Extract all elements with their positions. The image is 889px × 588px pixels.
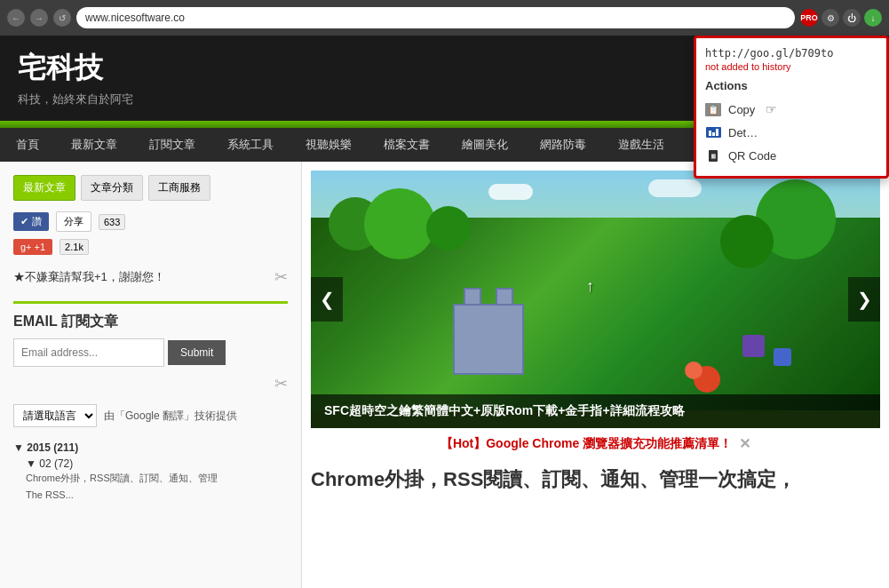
- translate-select[interactable]: 請選取語言: [13, 404, 97, 427]
- hot-article-banner: 【Hot】Google Chrome 瀏覽器擴充功能推薦清單！ ✕: [311, 428, 880, 459]
- settings-icon[interactable]: ⚙: [822, 9, 839, 27]
- site-branding: 宅科技 科技，始終來自於阿宅: [18, 49, 133, 107]
- archive-2015[interactable]: ▼ 2015 (211): [13, 441, 288, 454]
- scissors-row2: ✂: [13, 374, 288, 393]
- cloud2: [648, 179, 702, 197]
- site-tagline: 科技，始終來自於阿宅: [18, 91, 133, 107]
- latest-articles-button[interactable]: 最新文章: [13, 175, 75, 201]
- sidebar-buttons: 最新文章 文章分類 工商服務: [13, 175, 288, 201]
- nav-item-gaming[interactable]: 遊戲生活: [602, 128, 680, 162]
- nav-item-home[interactable]: 首頁: [0, 128, 55, 162]
- popup-url: http://goo.gl/b709to: [705, 47, 877, 60]
- power-icon[interactable]: ⏻: [843, 9, 861, 27]
- category-button[interactable]: 文章分類: [81, 175, 143, 201]
- browser-extension-icons: PRO ⚙ ⏻ ↓: [800, 9, 882, 27]
- url-popup: http://goo.gl/b709to not added to histor…: [694, 36, 889, 179]
- tree2: [364, 188, 435, 259]
- qr-code-icon: ▦: [705, 147, 721, 163]
- cloud1: [488, 184, 533, 200]
- back-button[interactable]: ←: [7, 9, 25, 27]
- popup-not-added: not added to history: [705, 61, 877, 72]
- scissors-icon: ✂: [274, 267, 288, 287]
- archive-section: ▼ 2015 (211) ▼ 02 (72) Chrome外掛，RSS閱讀、訂閱…: [13, 441, 288, 503]
- business-button[interactable]: 工商服務: [148, 175, 210, 201]
- nav-item-tools[interactable]: 系統工具: [211, 128, 290, 162]
- slideshow: ↑ ❮ ❯ SFC超時空之鑰繁簡體中文+原版Rom下載+金手指+詳細流程攻略: [311, 171, 880, 428]
- translate-credit: 由「Google 翻譯」技術提供: [104, 409, 237, 424]
- tree5: [720, 215, 774, 268]
- email-title: EMAIL 訂閱文章: [13, 313, 288, 331]
- archive-month-label[interactable]: ▼ 02 (72): [26, 457, 288, 470]
- copy-label: Copy: [728, 103, 755, 116]
- gplus-icon: g+: [20, 242, 32, 252]
- share-label: 分享: [64, 215, 83, 228]
- nav-item-files[interactable]: 檔案文書: [368, 128, 446, 162]
- copy-icon-sq: 📋: [705, 103, 721, 116]
- article-title: Chrome外掛，RSS閱讀、訂閱、通知、管理一次搞定，: [311, 459, 880, 501]
- star-row: ★不嫌棄請幫我+1，謝謝您！ ✂: [13, 262, 288, 292]
- cursor-indicator: ↑: [586, 277, 594, 296]
- url-text: www.nicesoftware.co: [85, 12, 185, 24]
- archive-02: ▼ 02 (72) Chrome外掛，RSS閱讀、訂閱、通知、管理 The RS…: [13, 457, 288, 503]
- like-label: 讚: [32, 215, 42, 228]
- entity1: [742, 335, 765, 357]
- archive-item-1[interactable]: Chrome外掛，RSS閱讀、訂閱、通知、管理: [26, 470, 288, 487]
- bar-chart-icon: [706, 127, 721, 138]
- game-scene: ↑: [311, 171, 880, 428]
- tree3: [426, 206, 471, 250]
- hot-article-text[interactable]: 【Hot】Google Chrome 瀏覽器擴充功能推薦清單！: [441, 436, 732, 452]
- forward-button[interactable]: →: [30, 9, 48, 27]
- share-count: 633: [99, 214, 125, 230]
- like-button[interactable]: ✔ 讚: [13, 212, 49, 231]
- det-label: Det…: [728, 126, 758, 139]
- qr-label: QR Code: [728, 149, 776, 163]
- castle: [453, 304, 524, 375]
- scissors-icon-2: ✂: [274, 374, 288, 393]
- refresh-button[interactable]: ↺: [53, 9, 71, 27]
- nav-item-latest[interactable]: 最新文章: [55, 128, 133, 162]
- popup-actions-title: Actions: [705, 79, 877, 92]
- slideshow-next-button[interactable]: ❯: [848, 277, 880, 322]
- download-icon[interactable]: ↓: [864, 9, 882, 27]
- pro-icon[interactable]: PRO: [800, 9, 818, 27]
- checkmark-icon: ✔: [20, 216, 28, 227]
- qr-action[interactable]: ▦ QR Code: [705, 144, 877, 167]
- slide-caption: SFC超時空之鑰繁簡體中文+原版Rom下載+金手指+詳細流程攻略: [311, 394, 880, 428]
- entity2: [774, 348, 791, 366]
- share-button[interactable]: 分享: [56, 211, 91, 232]
- gplus-label: +1: [35, 242, 46, 252]
- address-bar[interactable]: www.nicesoftware.co: [76, 7, 795, 28]
- site-title: 宅科技: [18, 49, 133, 88]
- close-hot-banner-button[interactable]: ✕: [739, 435, 750, 452]
- submit-button[interactable]: Submit: [168, 340, 226, 365]
- mushroom2: [685, 362, 702, 379]
- copy-icon: 📋: [705, 101, 721, 117]
- gplus-row: g+ +1 2.1k: [13, 239, 288, 255]
- email-input[interactable]: [13, 338, 164, 367]
- cursor-hand-icon: ☞: [766, 102, 777, 116]
- email-form: Submit: [13, 338, 288, 367]
- star-text: ★不嫌棄請幫我+1，謝謝您！: [13, 269, 165, 285]
- nav-item-security[interactable]: 網路防毒: [524, 128, 602, 162]
- det-icon: [705, 124, 721, 140]
- sidebar: 最新文章 文章分類 工商服務 ✔ 讚 分享 633 g+ +1 2.: [0, 162, 302, 588]
- divider: [13, 301, 288, 304]
- nav-item-design[interactable]: 繪圖美化: [446, 128, 524, 162]
- archive-item-2[interactable]: The RSS...: [26, 487, 288, 504]
- qr-icon-sq: ▦: [709, 150, 718, 162]
- content-area: 最新文章 文章分類 工商服務 ✔ 讚 分享 633 g+ +1 2.: [0, 162, 889, 588]
- social-row: ✔ 讚 分享 633: [13, 211, 288, 232]
- copy-action[interactable]: 📋 Copy ☞: [705, 98, 877, 121]
- slideshow-prev-button[interactable]: ❮: [311, 277, 343, 322]
- translate-row: 請選取語言 由「Google 翻譯」技術提供: [13, 404, 288, 427]
- nav-item-subscribe[interactable]: 訂閱文章: [133, 128, 211, 162]
- det-action[interactable]: Det…: [705, 121, 877, 144]
- main-content: ↑ ❮ ❯ SFC超時空之鑰繁簡體中文+原版Rom下載+金手指+詳細流程攻略 【…: [302, 162, 889, 588]
- gplus-button[interactable]: g+ +1: [13, 239, 52, 255]
- nav-item-entertainment[interactable]: 視聽娛樂: [290, 128, 368, 162]
- browser-toolbar: ← → ↺ www.nicesoftware.co PRO ⚙ ⏻ ↓: [0, 0, 889, 36]
- gplus-count: 2.1k: [60, 239, 89, 255]
